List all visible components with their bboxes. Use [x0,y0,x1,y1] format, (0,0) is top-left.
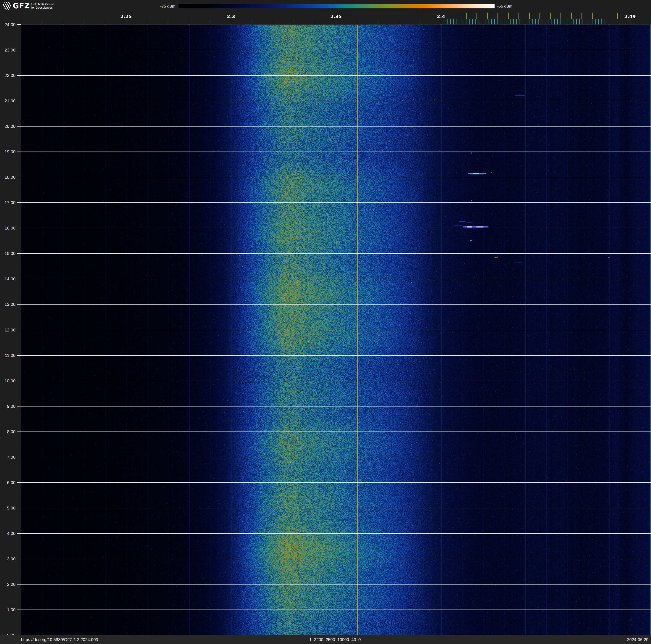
freq-tick-label: 2.3 [222,14,241,19]
hour-tick [17,50,21,50]
bluetooth-channel-tick [592,19,592,24]
hour-label: 14:00 [0,276,16,282]
hour-tick [17,584,21,585]
freq-tick-label: 2.49 [621,14,640,19]
freq-minor-tick [84,19,84,25]
hour-gridline [21,457,651,457]
freq-minor-tick [105,19,105,25]
bluetooth-channel-tick [548,19,548,24]
hour-label: 23:00 [0,48,16,53]
hour-gridline [21,304,651,304]
hour-gridline [21,584,651,585]
bluetooth-channel-tick [564,19,564,24]
hour-gridline [21,330,651,330]
dataset-id: 1_2200_2500_10000_40_0 [309,635,361,644]
wifi-channel-tick [508,12,508,19]
hour-gridline [21,177,651,177]
freq-minor-tick [294,19,294,25]
bluetooth-channel-tick [469,19,470,24]
hour-tick [17,457,21,457]
doi-link: https://doi.org/10.5880/GFZ.1.2.2024.003 [21,635,98,644]
hour-label: 17:00 [0,200,16,205]
hour-gridline [21,75,651,76]
hour-tick [17,101,21,101]
hour-label: 4:00 [0,531,16,536]
bluetooth-channel-tick [485,19,485,24]
hour-tick [17,177,21,177]
hour-gridline [21,432,651,432]
hour-label: 9:00 [0,404,16,409]
hour-gridline [21,126,651,126]
bluetooth-channel-tick [545,19,545,24]
hour-label: 16:00 [0,226,16,231]
bluetooth-channel-tick [450,19,451,24]
freq-minor-tick [462,19,462,25]
hour-gridline [21,610,651,610]
hour-tick [17,355,21,356]
freq-minor-tick [357,19,357,25]
hour-gridline [21,101,651,101]
hour-gridline [21,381,651,381]
hour-label: 5:00 [0,505,16,510]
wifi-channel-tick [582,12,582,19]
wifi-channel-tick [466,12,467,19]
hour-gridline [21,355,651,356]
freq-minor-tick [630,19,630,25]
wifi-channel-tick [519,12,519,19]
bluetooth-channel-tick [595,19,595,24]
bluetooth-channel-tick [560,19,561,24]
bluetooth-channel-tick [589,19,589,24]
freq-minor-tick [147,19,147,25]
freq-minor-tick [168,19,168,25]
hour-gridline [21,279,651,279]
hour-tick [17,381,21,381]
bluetooth-channel-tick [576,19,577,24]
bluetooth-channel-tick [541,19,542,24]
wifi-channel-tick [476,12,477,19]
freq-minor-tick [336,19,336,25]
hour-tick [17,610,21,610]
hour-tick [17,279,21,279]
bluetooth-channel-tick [517,19,517,24]
hour-label: 18:00 [0,175,16,180]
hour-tick [17,75,21,76]
hour-gridline [21,50,651,50]
bluetooth-channel-tick [444,19,444,24]
bluetooth-channel-tick [570,19,570,24]
bluetooth-channel-tick [526,19,526,24]
time-axis: 24:0023:0022:0021:0020:0019:0018:0017:00… [0,0,21,644]
wifi-channel-tick [592,12,593,19]
hour-gridline [21,151,651,152]
freq-minor-tick [252,19,252,25]
bluetooth-channel-tick [551,19,552,24]
hour-label: 24:00 [0,22,16,27]
hour-tick [17,24,21,25]
hour-label: 20:00 [0,124,16,129]
bluetooth-channel-tick [535,19,536,24]
hour-tick [17,202,21,203]
wifi-channel-tick [539,12,540,19]
bluetooth-channel-tick [447,19,447,24]
bluetooth-channel-tick [457,19,457,24]
hour-label: 22:00 [0,73,16,78]
bluetooth-channel-tick [466,19,466,24]
hour-tick [17,304,21,304]
hour-gridline [21,406,651,407]
freq-minor-tick [210,19,210,25]
bluetooth-channel-tick [608,19,608,24]
bluetooth-channel-tick [601,19,602,24]
bluetooth-channel-tick [463,19,463,24]
hour-tick [17,253,21,254]
hour-label: 13:00 [0,302,16,307]
hour-tick [17,126,21,126]
hour-tick [17,406,21,407]
freq-minor-tick [231,19,231,25]
wifi-channel-tick [529,12,530,19]
wifi-channel-tick [571,12,571,19]
freq-minor-tick [441,19,441,25]
freq-tick-label: 2.25 [117,14,135,19]
bluetooth-channel-tick [482,19,482,24]
bluetooth-channel-tick [554,19,555,24]
bluetooth-channel-tick [532,19,533,24]
bluetooth-channel-tick [488,19,489,24]
